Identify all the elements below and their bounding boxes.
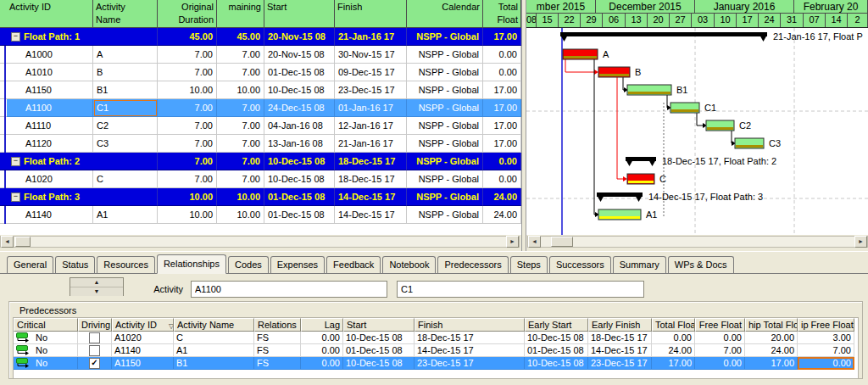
tab-codes[interactable]: Codes <box>228 256 269 273</box>
tab-wps-docs[interactable]: WPs & Docs <box>668 256 734 273</box>
predecessor-row[interactable]: NoA1020CFS0.0010-Dec-15 0818-Dec-15 1710… <box>14 332 858 344</box>
finish-cell[interactable]: 21-Jan-16 17 <box>335 28 407 46</box>
timeline-week-cell[interactable]: 10 <box>715 14 737 27</box>
tf-cell[interactable]: 17.00 <box>483 28 521 46</box>
table-row[interactable]: A1150B110.0010.0010-Dec-15 0823-Dec-15 1… <box>0 81 521 99</box>
predecessor-row[interactable]: NoA1140A1FS0.0001-Dec-15 0814-Dec-15 170… <box>14 344 858 357</box>
activity-id-cell[interactable]: A1150 <box>7 81 93 99</box>
pred-critical-cell[interactable]: No <box>14 357 78 370</box>
timeline-week-cell[interactable]: 13 <box>626 14 648 27</box>
pred-column-header-lag[interactable]: Lag <box>301 318 343 332</box>
timeline-week-cell[interactable]: 17 <box>737 14 759 27</box>
timeline-week-cell[interactable]: 22 <box>559 14 581 27</box>
pred-rtf-cell[interactable]: 24.00 <box>745 344 798 357</box>
finish-cell[interactable]: 12-Jan-16 17 <box>335 117 407 135</box>
table-hscrollbar[interactable]: ◄ ► <box>0 236 520 248</box>
timeline-week-cell[interactable]: 24 <box>759 14 781 27</box>
activity-id-cell[interactable]: A1020 <box>7 170 93 188</box>
pred-start-cell[interactable]: 10-Dec-15 08 <box>343 332 415 344</box>
timeline-week-cell[interactable]: 29 <box>581 14 603 27</box>
pred-driving-cell[interactable]: ✓ <box>78 357 112 370</box>
pred-driving-cell[interactable] <box>78 332 112 344</box>
column-header-od[interactable]: Original Duration <box>158 0 217 28</box>
od-cell[interactable]: 7.00 <box>158 153 217 170</box>
rd-cell[interactable]: 7.00 <box>217 46 264 64</box>
spin-up-icon[interactable]: ▲ <box>70 278 123 287</box>
tab-notebook[interactable]: Notebook <box>382 256 436 273</box>
timeline-week-cell[interactable]: 06 <box>603 14 626 27</box>
activity-name-cell[interactable]: A1 <box>93 206 158 224</box>
pred-column-header-rtf[interactable]: hip Total Float <box>745 318 798 332</box>
group-title-cell[interactable]: −Float Path: 1 <box>7 28 158 46</box>
finish-cell[interactable]: 21-Jan-16 17 <box>335 135 407 153</box>
pred-column-header-driving[interactable]: Driving <box>78 318 112 332</box>
collapse-icon[interactable]: − <box>11 192 20 202</box>
pred-column-header-efinish[interactable]: Early Finish <box>588 318 652 332</box>
spin-down-icon[interactable]: ▼ <box>70 287 123 296</box>
activity-name-cell[interactable]: C3 <box>93 135 158 153</box>
start-cell[interactable]: 04-Jan-16 08 <box>264 117 335 135</box>
od-cell[interactable]: 10.00 <box>158 81 217 99</box>
table-row[interactable]: A1110C27.007.0004-Jan-16 0812-Jan-16 17N… <box>0 117 521 135</box>
activity-id-cell[interactable]: A1100 <box>7 99 93 117</box>
collapse-icon[interactable]: − <box>11 32 20 42</box>
collapse-icon[interactable]: − <box>11 157 20 166</box>
start-cell[interactable]: 01-Dec-15 08 <box>264 206 335 224</box>
cal-cell[interactable]: NSPP - Global <box>407 153 483 170</box>
cal-cell[interactable]: NSPP - Global <box>407 206 483 224</box>
start-cell[interactable]: 13-Jan-16 08 <box>264 135 335 153</box>
pred-estart-cell[interactable]: 10-Dec-15 08 <box>525 332 588 344</box>
activity-id-cell[interactable]: A1140 <box>7 206 93 224</box>
pred-rel-cell[interactable]: FS <box>254 332 301 344</box>
pred-id-cell[interactable]: A1150 <box>112 357 174 370</box>
od-cell[interactable]: 45.00 <box>158 28 217 46</box>
pred-tf-cell[interactable]: 0.00 <box>652 332 695 344</box>
scroll-left-icon[interactable]: ◄ <box>1 236 14 248</box>
scroll-left-icon[interactable]: ◄ <box>528 236 541 248</box>
pred-estart-cell[interactable]: 01-Dec-15 08 <box>525 344 588 357</box>
activity-name-cell[interactable]: B <box>93 64 158 81</box>
pred-rtf-cell[interactable]: 17.00 <box>745 357 798 370</box>
driving-checkbox[interactable]: ✓ <box>89 358 100 369</box>
tf-cell[interactable]: 24.00 <box>483 206 521 224</box>
timeline-week-cell[interactable]: 03 <box>692 14 715 27</box>
activity-id-cell[interactable]: A1010 <box>7 64 93 81</box>
tf-cell[interactable]: 17.00 <box>483 135 521 153</box>
tf-cell[interactable]: 0.00 <box>483 64 521 81</box>
pred-finish-cell[interactable]: 23-Dec-15 17 <box>415 357 525 370</box>
rd-cell[interactable]: 10.00 <box>217 81 264 99</box>
pred-name-cell[interactable]: A1 <box>174 344 254 357</box>
cal-cell[interactable]: NSPP - Global <box>407 117 483 135</box>
timeline-week-cell[interactable]: 2 <box>848 14 868 27</box>
column-header-finish[interactable]: Finish <box>335 0 407 28</box>
timeline-week-cell[interactable]: 14 <box>826 14 848 27</box>
od-cell[interactable]: 7.00 <box>158 135 217 153</box>
timeline-month-cell[interactable]: mber 2015 <box>526 0 596 14</box>
pred-column-header-estart[interactable]: Early Start <box>525 318 588 332</box>
cal-cell[interactable]: NSPP - Global <box>407 46 483 64</box>
pred-critical-cell[interactable]: No <box>14 344 78 357</box>
tf-cell[interactable]: 17.00 <box>483 99 521 117</box>
pred-column-header-finish[interactable]: Finish <box>415 318 525 332</box>
activity-id-cell[interactable]: A1000 <box>7 46 93 64</box>
pred-estart-cell[interactable]: 10-Dec-15 08 <box>525 357 588 370</box>
pred-finish-cell[interactable]: 14-Dec-15 17 <box>415 344 525 357</box>
pred-name-cell[interactable]: B1 <box>174 357 254 370</box>
pred-name-cell[interactable]: C <box>174 332 254 344</box>
tab-predecessors[interactable]: Predecessors <box>437 256 508 273</box>
pred-column-header-critical[interactable]: Critical <box>14 318 78 332</box>
timeline-week-cell[interactable]: 15 <box>537 14 559 27</box>
pred-column-header-ff[interactable]: Free Float <box>695 318 745 332</box>
pred-lag-cell[interactable]: 0.00 <box>301 344 343 357</box>
cal-cell[interactable]: NSPP - Global <box>407 64 483 81</box>
timeline-week-cell[interactable]: 08 <box>526 14 537 27</box>
tab-general[interactable]: General <box>7 256 53 273</box>
pred-efinish-cell[interactable]: 18-Dec-15 17 <box>588 332 652 344</box>
activity-id-cell[interactable]: A1120 <box>7 135 93 153</box>
table-row[interactable]: A1000A7.007.0020-Nov-15 0830-Nov-15 17NS… <box>0 46 521 64</box>
column-header-name[interactable]: Activity Name <box>93 0 158 28</box>
start-cell[interactable]: 24-Dec-15 08 <box>264 99 335 117</box>
table-row[interactable]: −Float Path: 310.0010.0001-Dec-15 0814-D… <box>0 188 521 206</box>
pred-lag-cell[interactable]: 0.00 <box>301 332 343 344</box>
table-row[interactable]: A1010B7.007.0001-Dec-15 0809-Dec-15 17NS… <box>0 64 521 81</box>
